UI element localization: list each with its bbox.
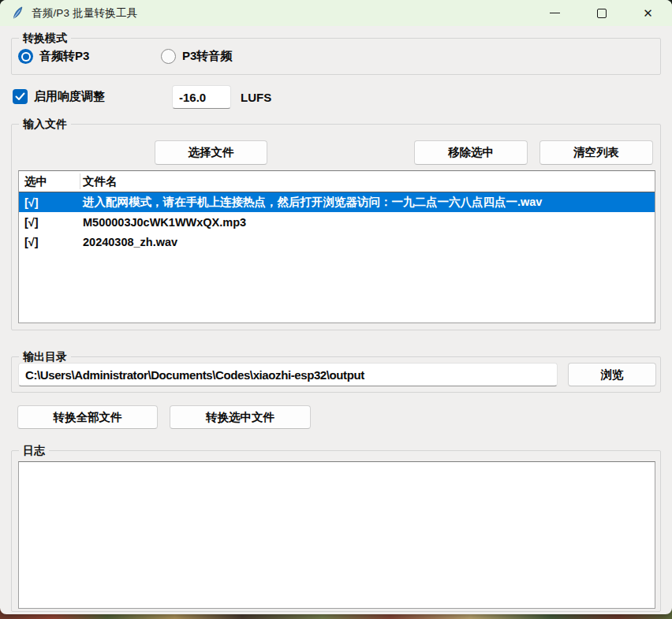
row-filename-cell: 20240308_zh.wav (80, 236, 655, 248)
select-files-button[interactable]: 选择文件 (155, 140, 267, 165)
app-window: 音频/P3 批量转换工具 ✕ 转换模式 音频转P3 P3转音频 启用响度调整 L… (0, 0, 672, 614)
output-dir-groupbox: 输出目录 浏览 (11, 356, 661, 393)
close-button[interactable]: ✕ (625, 0, 671, 26)
row-checked-cell: [√] (19, 196, 80, 209)
minimize-button[interactable] (532, 0, 578, 26)
file-list-table[interactable]: 选中 文件名 [√] 进入配网模式，请在手机上连接热点，然后打开浏览器访问：一九… (18, 170, 655, 323)
radio-selected-icon (18, 49, 33, 64)
radio-unselected-icon (161, 49, 176, 64)
titlebar[interactable]: 音频/P3 批量转换工具 ✕ (0, 0, 672, 26)
column-header-checked[interactable]: 选中 (19, 173, 80, 189)
loudness-checkbox-label: 启用响度调整 (34, 89, 105, 104)
maximize-button[interactable] (578, 0, 625, 26)
row-filename-cell: M500003J0cWK1WWxQX.mp3 (80, 216, 655, 229)
input-files-group-label: 输入文件 (19, 117, 71, 132)
clear-list-button[interactable]: 清空列表 (539, 140, 653, 165)
row-filename-cell: 进入配网模式，请在手机上连接热点，然后打开浏览器访问：一九二点一六八点四点一.w… (80, 195, 655, 210)
radio-audio-to-p3-label: 音频转P3 (39, 49, 89, 64)
app-feather-icon (11, 6, 24, 20)
file-table-header[interactable]: 选中 文件名 (19, 171, 655, 192)
convert-selected-button[interactable]: 转换选中文件 (170, 405, 311, 429)
table-row[interactable]: [√] M500003J0cWK1WWxQX.mp3 (19, 212, 655, 232)
lufs-value-input[interactable] (172, 85, 231, 109)
minimize-icon (550, 13, 560, 13)
mode-groupbox: 转换模式 音频转P3 P3转音频 (11, 38, 661, 75)
convert-all-button[interactable]: 转换全部文件 (17, 405, 158, 429)
browse-button[interactable]: 浏览 (568, 363, 656, 386)
radio-p3-to-audio[interactable]: P3转音频 (161, 49, 232, 64)
row-checked-cell: [√] (19, 236, 80, 248)
lufs-unit-label: LUFS (241, 91, 271, 104)
log-groupbox: 日志 (11, 450, 661, 612)
checkbox-checked-icon (13, 89, 28, 104)
column-header-filename[interactable]: 文件名 (80, 174, 655, 189)
table-row[interactable]: [√] 20240308_zh.wav (19, 232, 655, 252)
radio-audio-to-p3[interactable]: 音频转P3 (18, 49, 89, 64)
table-row[interactable]: [√] 进入配网模式，请在手机上连接热点，然后打开浏览器访问：一九二点一六八点四… (19, 192, 655, 212)
loudness-checkbox[interactable]: 启用响度调整 (13, 89, 105, 104)
output-path-input[interactable] (18, 363, 558, 386)
log-group-label: 日志 (19, 443, 49, 458)
maximize-icon (597, 9, 607, 18)
input-files-groupbox: 输入文件 选择文件 移除选中 清空列表 选中 文件名 [√] 进入配网模式，请在… (11, 124, 661, 330)
row-checked-cell: [√] (19, 216, 80, 229)
mode-group-label: 转换模式 (19, 31, 71, 46)
window-title: 音频/P3 批量转换工具 (32, 6, 137, 21)
remove-selected-button[interactable]: 移除选中 (414, 140, 528, 165)
log-textarea[interactable] (18, 461, 655, 609)
radio-p3-to-audio-label: P3转音频 (182, 49, 232, 64)
close-icon: ✕ (643, 7, 653, 19)
